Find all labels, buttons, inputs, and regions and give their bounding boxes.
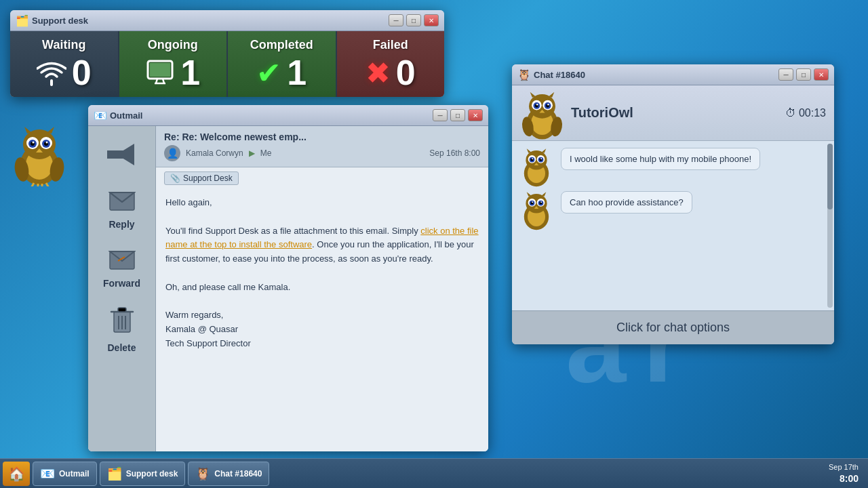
stat-completed-content: ✔ 1 <box>256 55 307 90</box>
start-button[interactable]: 🏠 <box>3 462 30 486</box>
reply-icon <box>108 187 136 216</box>
outmail-minimize[interactable]: ─ <box>433 109 448 121</box>
taskbar-support-desk[interactable]: 🗂️ Support desk <box>100 462 186 486</box>
outmail-close[interactable]: ✕ <box>468 109 483 121</box>
paperclip-icon: 📎 <box>170 174 180 183</box>
clock-date: Sep 17th <box>829 462 859 472</box>
chat-icon: 🦉 <box>517 68 530 81</box>
reply-button[interactable]: Reply <box>92 182 153 235</box>
svg-point-12 <box>46 142 48 144</box>
message-1-avatar <box>519 148 554 183</box>
chat-maximize[interactable]: □ <box>796 68 811 81</box>
stat-completed-count: 1 <box>287 55 307 90</box>
stat-waiting-content: 0 <box>37 55 92 90</box>
chat-messages-wrap: I woold like some hulp with my mobile ph… <box>512 141 834 310</box>
timer-value: 00:13 <box>799 107 826 119</box>
clock-time: 8:00 <box>829 472 859 485</box>
support-desk-minimize[interactable]: ─ <box>389 14 403 26</box>
stat-ongoing-content: 1 <box>145 55 200 90</box>
outmail-titlebar: 📧 Outmail ─ □ ✕ <box>88 105 488 126</box>
message-2-text: Can hoo provide assistance? <box>561 191 692 214</box>
forward-button[interactable]: Forward <box>92 241 153 294</box>
taskbar-chat-icon: 🦉 <box>195 466 210 481</box>
taskbar-support-label: Support desk <box>126 469 178 479</box>
email-to: Me <box>260 148 272 158</box>
email-paragraph2: Oh, and please call me Kamala. <box>165 281 479 295</box>
chat-titlebar: 🦉 Chat #18640 ─ □ ✕ <box>512 64 834 85</box>
outmail-maximize[interactable]: □ <box>450 109 465 121</box>
chat-timer: ⏱ 00:13 <box>785 107 826 119</box>
email-closing: Warm regards,Kamala @ QuasarTech Support… <box>165 308 479 350</box>
taskbar-outmail[interactable]: 📧 Outmail <box>33 462 97 486</box>
email-content: Re: Re: Welcome newest emp... 👤 Kamala C… <box>156 126 488 451</box>
chat-title: Chat #18640 <box>534 70 774 80</box>
taskbar-support-icon: 🗂️ <box>107 466 122 481</box>
attachment-tag[interactable]: 📎 Support Desk <box>164 171 239 185</box>
chat-message-2: Can hoo provide assistance? <box>519 191 822 226</box>
chat-contact-name: TutoriOwl <box>571 105 778 121</box>
support-desk-title: Support desk <box>32 16 384 26</box>
support-desk-maximize[interactable]: □ <box>406 14 421 26</box>
svg-marker-74 <box>542 192 547 197</box>
checkmark-icon: ✔ <box>256 56 281 90</box>
delete-icon <box>108 305 136 340</box>
svg-point-51 <box>536 104 538 105</box>
start-icon: 🏠 <box>8 466 25 482</box>
outmail-controls: ─ □ ✕ <box>433 109 483 121</box>
stat-completed-label: Completed <box>250 38 313 52</box>
chat-scrollbar[interactable] <box>827 144 833 308</box>
email-from: Kamala Corwyn <box>186 148 243 158</box>
svg-point-52 <box>547 104 549 105</box>
svg-line-19 <box>46 183 49 186</box>
stat-ongoing-count: 1 <box>180 55 200 90</box>
svg-point-68 <box>540 158 542 159</box>
forward-label: Forward <box>103 278 140 289</box>
delete-button[interactable]: Delete <box>92 300 153 359</box>
stat-failed[interactable]: Failed ✖ 0 <box>337 31 445 97</box>
email-header: Re: Re: Welcome newest emp... 👤 Kamala C… <box>156 126 488 167</box>
chat-options-bar[interactable]: Click for chat options <box>512 310 834 344</box>
svg-line-16 <box>31 183 34 186</box>
chat-contact-avatar <box>520 91 564 135</box>
chat-close[interactable]: ✕ <box>814 68 829 81</box>
svg-marker-3 <box>24 127 31 134</box>
outmail-window: 📧 Outmail ─ □ ✕ <box>88 105 488 451</box>
support-desk-close[interactable]: ✕ <box>424 14 439 26</box>
taskbar-chat[interactable]: 🦉 Chat #18640 <box>188 462 269 486</box>
stat-failed-count: 0 <box>396 55 416 90</box>
support-desk-icon: 🗂️ <box>16 14 28 26</box>
install-link[interactable]: click on the file name at the top to ins… <box>165 226 479 250</box>
stat-waiting[interactable]: Waiting 0 <box>10 31 119 97</box>
chat-window: 🦉 Chat #18640 ─ □ ✕ <box>512 64 834 344</box>
stat-waiting-count: 0 <box>72 55 92 90</box>
support-desk-controls: ─ □ ✕ <box>389 14 439 26</box>
stat-ongoing[interactable]: Ongoing 1 <box>119 31 229 97</box>
taskbar-outmail-label: Outmail <box>59 469 90 479</box>
svg-rect-26 <box>107 150 133 159</box>
svg-marker-73 <box>527 192 532 197</box>
outmail-icon: 📧 <box>94 109 106 121</box>
desktop-owl <box>12 125 66 180</box>
svg-rect-36 <box>118 308 126 312</box>
svg-marker-43 <box>530 92 536 98</box>
chat-contact-header: TutoriOwl ⏱ 00:13 <box>512 85 834 141</box>
support-desk-window: 🗂️ Support desk ─ □ ✕ Waiting 0 <box>10 10 444 97</box>
chat-controls: ─ □ ✕ <box>778 68 829 81</box>
clock-icon: ⏱ <box>785 107 796 119</box>
stat-ongoing-label: Ongoing <box>148 38 198 52</box>
support-desk-titlebar: 🗂️ Support desk ─ □ ✕ <box>10 10 444 31</box>
monitor-icon <box>145 59 175 86</box>
outmail-sidebar: Reply Forward <box>88 126 156 451</box>
stat-completed[interactable]: Completed ✔ 1 <box>228 31 337 97</box>
svg-rect-21 <box>150 63 170 77</box>
chat-minimize[interactable]: ─ <box>778 68 793 81</box>
chat-message-1: I woold like some hulp with my mobile ph… <box>519 148 822 183</box>
sender-avatar: 👤 <box>164 145 180 161</box>
email-date: Sep 16th 8:00 <box>429 148 480 158</box>
back-button[interactable] <box>95 133 149 176</box>
svg-point-67 <box>532 158 533 159</box>
email-body: Hello again, You'll find Support Desk as… <box>156 189 488 358</box>
support-desk-stats: Waiting 0 Ongoing <box>10 31 444 97</box>
svg-marker-4 <box>47 127 54 134</box>
outmail-title: Outmail <box>110 110 429 121</box>
